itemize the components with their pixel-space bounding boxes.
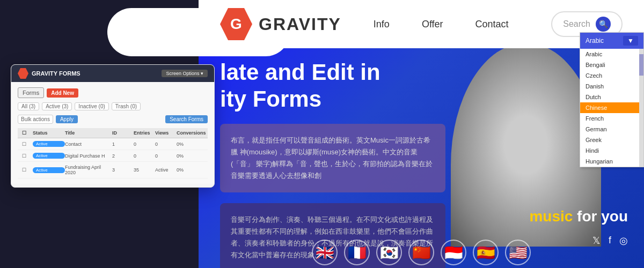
hero-title-line1: late and Edit in <box>220 59 380 85</box>
row1-check[interactable]: ☐ <box>22 142 33 147</box>
row2-conversions: 0% <box>177 153 203 159</box>
row2-title[interactable]: Digital Purchase H <box>65 153 108 159</box>
flag-id[interactable]: 🇮🇩 <box>441 240 466 265</box>
flag-es[interactable]: 🇪🇸 <box>473 240 499 265</box>
row1-conversions: 0% <box>177 142 203 147</box>
lang-item-hindi[interactable]: Hindi <box>580 145 643 156</box>
search-input[interactable]: Search <box>563 19 590 29</box>
navigation: Info Offer Contact <box>374 19 530 30</box>
search-forms-button[interactable]: Search Forms <box>165 115 208 123</box>
lang-item-danish[interactable]: Danish <box>580 81 643 92</box>
twitter-icon[interactable]: 𝕏 <box>592 235 601 247</box>
col-title: Title <box>65 130 108 136</box>
bulk-actions-select[interactable]: Bulk actions <box>18 115 53 124</box>
col-views: Views <box>155 130 177 136</box>
lang-item-chinese[interactable]: Chinese <box>580 102 643 113</box>
screen-options-badge[interactable]: Screen Options ▾ <box>162 70 208 77</box>
apply-button[interactable]: Apply <box>56 115 78 123</box>
table-row: ☐ Active Fundraising April 2020 3 35 Act… <box>18 162 208 178</box>
col-conversions: Conversions <box>177 130 203 136</box>
lang-item-greek[interactable]: Greek <box>580 135 643 145</box>
search-icon[interactable]: 🔍 <box>596 17 611 32</box>
scrollbar <box>639 49 643 167</box>
row1-id: 1 <box>112 142 134 147</box>
row2-entries: 0 <box>134 153 155 159</box>
table-row: ☐ Active Contact 1 0 0 0% <box>18 138 208 150</box>
filter-inactive[interactable]: Inactive (0) <box>75 102 108 110</box>
row3-title[interactable]: Fundraising April 2020 <box>65 165 108 175</box>
plugin-card: GRAVITY FORMS Screen Options ▾ Forms Add… <box>11 64 215 188</box>
logo-area: G GRAVITY <box>220 8 341 40</box>
nav-contact[interactable]: Contact <box>475 19 509 30</box>
dropdown-arrow-btn[interactable]: ▼ <box>623 36 638 46</box>
flags-row: 🇬🇧 🇫🇷 🇰🇷 🇨🇳 🇮🇩 🇪🇸 🇺🇸 <box>312 240 531 265</box>
action-row: Bulk actions Apply Search Forms <box>18 115 208 124</box>
table-header: ☐ Status Title ID Entries Views Conversi… <box>18 128 208 138</box>
filter-trash[interactable]: Trash (0) <box>112 102 141 110</box>
plugin-body: Forms Add New All (3) Active (3) Inactiv… <box>11 82 214 184</box>
row2-check[interactable]: ☐ <box>22 153 33 159</box>
site-header: G GRAVITY Info Offer Contact Search 🔍 <box>199 0 644 48</box>
flag-uk[interactable]: 🇬🇧 <box>312 240 338 265</box>
hero-title: late and Edit in ity Forms <box>220 59 478 113</box>
scrollbar-thumb <box>639 54 643 76</box>
row3-check[interactable]: ☐ <box>22 167 33 173</box>
facebook-icon[interactable]: f <box>609 235 611 247</box>
col-id: ID <box>112 130 134 136</box>
table-row: ☐ Active Digital Purchase H 2 0 0 0% <box>18 150 208 162</box>
row2-views: 0 <box>155 153 177 159</box>
row3-views: Active <box>155 167 177 173</box>
row3-conversions: 0% <box>177 167 203 173</box>
tab-forms[interactable]: Forms <box>18 87 44 98</box>
add-new-button[interactable]: Add New <box>47 88 78 98</box>
col-empty <box>108 130 112 136</box>
filter-all[interactable]: All (3) <box>18 102 39 110</box>
row3-id: 3 <box>112 167 134 173</box>
plugin-hex-icon <box>18 68 28 79</box>
hero-subtitle: 布言，就是指任何可以聲音組成的藝術。英文Music一詞源於古希臘 神(mousi… <box>231 136 433 180</box>
row1-views: 0 <box>155 142 177 147</box>
main-website: G GRAVITY Info Offer Contact Search 🔍 la… <box>199 0 644 268</box>
logo-letter: G <box>230 16 242 33</box>
plugin-name: GRAVITY FORMS <box>32 70 80 77</box>
col-status: Status <box>33 130 65 136</box>
filter-row: All (3) Active (3) Inactive (0) Trash (0… <box>18 102 208 110</box>
hero-subtitle-box: 布言，就是指任何可以聲音組成的藝術。英文Music一詞源於古希臘 神(mousi… <box>220 124 445 192</box>
logo-hexagon: G <box>220 8 252 40</box>
music-word: music <box>529 208 573 225</box>
row2-status: Active <box>33 153 65 159</box>
plugin-logo: GRAVITY FORMS <box>18 68 80 79</box>
lang-list: ArabicBengaliCzechDanishDutchChineseFren… <box>580 49 643 167</box>
language-dropdown[interactable]: Arabic ▼ ArabicBengaliCzechDanishDutchCh… <box>580 32 644 167</box>
flag-us[interactable]: 🇺🇸 <box>505 240 531 265</box>
plugin-header: GRAVITY FORMS Screen Options ▾ <box>11 65 214 82</box>
selected-language: Arabic <box>586 37 604 44</box>
flag-fr[interactable]: 🇫🇷 <box>344 240 370 265</box>
lang-item-german[interactable]: German <box>580 124 643 135</box>
row1-entries: 0 <box>134 142 155 147</box>
instagram-icon[interactable]: ◎ <box>619 235 628 247</box>
col-checkbox: ☐ <box>22 130 33 136</box>
hero-content: late and Edit in ity Forms 布言，就是指任何可以聲音組… <box>220 59 478 268</box>
flag-cn[interactable]: 🇨🇳 <box>408 240 434 265</box>
row3-entries: 35 <box>134 167 155 173</box>
filter-active[interactable]: Active (3) <box>42 102 72 110</box>
flag-kr[interactable]: 🇰🇷 <box>376 240 402 265</box>
site-logo-text: GRAVITY <box>259 14 341 34</box>
plugin-tabs: Forms Add New <box>18 87 208 98</box>
nav-info[interactable]: Info <box>374 19 390 30</box>
lang-item-hungarian[interactable]: Hungarian <box>580 156 643 167</box>
row3-status: Active <box>33 167 65 173</box>
lang-item-dutch[interactable]: Dutch <box>580 92 643 102</box>
lang-item-french[interactable]: French <box>580 113 643 124</box>
music-text: music for you <box>529 208 628 225</box>
row1-title[interactable]: Contact <box>65 142 108 147</box>
row1-status: Active <box>33 141 65 147</box>
lang-item-arabic[interactable]: Arabic <box>580 49 643 59</box>
dropdown-header[interactable]: Arabic ▼ <box>580 33 643 49</box>
nav-offer[interactable]: Offer <box>422 19 443 30</box>
lang-item-bengali[interactable]: Bengali <box>580 59 643 70</box>
lang-item-czech[interactable]: Czech <box>580 70 643 81</box>
lang-list-wrapper: ArabicBengaliCzechDanishDutchChineseFren… <box>580 49 643 167</box>
social-icons: 𝕏 f ◎ <box>592 235 628 247</box>
